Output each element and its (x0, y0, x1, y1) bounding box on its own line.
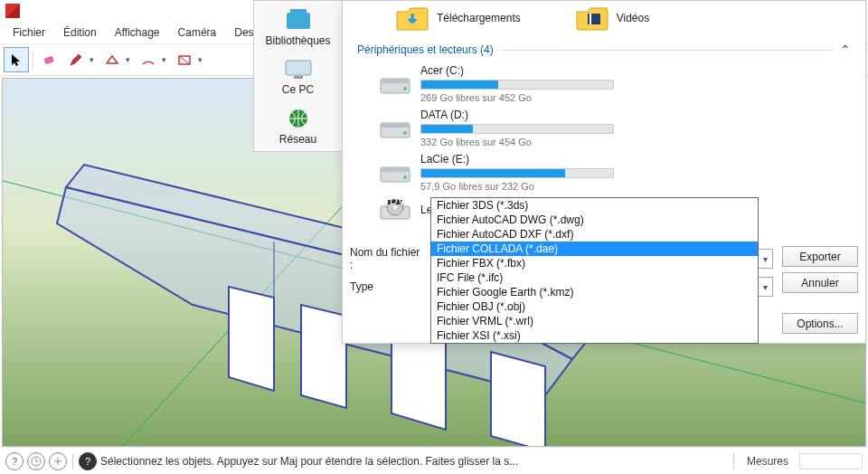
status-icon-1[interactable]: ? (5, 452, 24, 470)
filetype-option[interactable]: Fichier AutoCAD DXF (*.dxf) (431, 227, 758, 242)
filetype-option[interactable]: IFC File (*.ifc) (431, 270, 758, 285)
place-libraries[interactable]: Bibliothèques (255, 3, 342, 52)
svg-rect-13 (381, 79, 410, 83)
measures-label: Mesures (740, 455, 796, 468)
status-icon-3[interactable] (49, 452, 67, 470)
shape-tool[interactable] (173, 47, 207, 72)
filetype-option[interactable]: Fichier AutoCAD DWG (*.dwg) (431, 213, 758, 227)
status-hint: Sélectionnez les objets. Appuyez sur Maj… (100, 455, 728, 468)
svg-line-2 (179, 56, 190, 64)
shortcut-videos-label: Vidéos (617, 12, 649, 24)
svg-point-20 (403, 175, 407, 179)
options-button[interactable]: Options... (782, 313, 858, 334)
filetype-option[interactable]: Fichier 3DS (*.3ds) (431, 198, 758, 213)
svg-rect-0 (43, 55, 54, 64)
status-bar: ? ? Sélectionnez les objets. Appuyez sur… (0, 447, 868, 474)
filetype-option[interactable]: Fichier OBJ (*.obj) (431, 299, 758, 314)
drives-group-header[interactable]: Périphériques et lecteurs (4) ⌃ (350, 37, 858, 61)
svg-rect-5 (287, 13, 310, 29)
arc-tool[interactable] (137, 47, 171, 72)
drive-item[interactable]: Acer (C:)269 Go libres sur 452 Go (379, 64, 614, 103)
select-tool[interactable] (4, 47, 29, 72)
menu-affichage[interactable]: Affichage (106, 23, 169, 43)
shortcut-videos[interactable]: Vidéos (575, 5, 649, 32)
menu-fichier[interactable]: Fichier (4, 23, 54, 43)
drive-name: LaCie (E:) (420, 153, 614, 166)
drive-free-text: 332 Go libres sur 454 Go (420, 137, 614, 147)
status-sep (72, 453, 73, 469)
toolbar-sep (33, 50, 33, 70)
svg-rect-7 (286, 61, 311, 75)
export-button[interactable]: Exporter (782, 246, 858, 267)
filetype-option[interactable]: Fichier VRML (*.wrl) (431, 314, 758, 328)
svg-point-17 (403, 131, 407, 135)
status-icon-2[interactable] (27, 452, 45, 470)
drive-usage-bar (420, 124, 614, 134)
filetype-dropdown[interactable]: Fichier 3DS (*.3ds)Fichier AutoCAD DWG (… (430, 197, 759, 344)
rectangle-tool[interactable] (100, 47, 135, 72)
svg-rect-16 (381, 123, 410, 128)
drive-name: Acer (C:) (420, 64, 614, 77)
svg-point-14 (403, 87, 407, 90)
drives-group-label: Périphériques et lecteurs (4) (357, 43, 494, 56)
filetype-option[interactable]: Fichier XSI (*.xsi) (431, 328, 758, 343)
cancel-button[interactable]: Annuler (782, 272, 858, 293)
shortcut-downloads-label: Téléchargements (437, 12, 521, 24)
shortcut-downloads[interactable]: Téléchargements (395, 5, 521, 32)
sketchup-logo-icon (5, 4, 20, 18)
drive-name: DATA (D:) (420, 109, 614, 121)
menu-edition[interactable]: Édition (54, 23, 106, 43)
filetype-option[interactable]: Fichier Google Earth (*.kmz) (431, 285, 758, 299)
svg-rect-8 (294, 76, 303, 79)
filename-label: Nom du fichier : (350, 246, 433, 271)
menu-camera[interactable]: Caméra (169, 23, 226, 43)
drive-free-text: 57,9 Go libres sur 232 Go (420, 181, 614, 192)
filetype-option[interactable]: Fichier FBX (*.fbx) (431, 256, 758, 270)
drive-item[interactable]: LaCie (E:)57,9 Go libres sur 232 Go (379, 153, 614, 192)
drive-usage-bar (420, 168, 614, 178)
pencil-tool[interactable] (64, 47, 99, 72)
filetype-option[interactable]: Fichier COLLADA (*.dae) (431, 242, 758, 256)
type-label: Type (350, 280, 433, 293)
status-sep-2 (733, 453, 734, 469)
svg-rect-6 (290, 9, 307, 14)
svg-text:DVD: DVD (390, 197, 411, 207)
place-this-pc[interactable]: Ce PC (255, 52, 342, 102)
svg-rect-11 (590, 14, 591, 24)
drive-usage-bar (420, 80, 614, 90)
place-network[interactable]: Réseau (255, 101, 342, 151)
svg-rect-19 (381, 167, 410, 172)
place-network-label: Réseau (279, 133, 316, 146)
place-libraries-label: Bibliothèques (265, 34, 330, 47)
dialog-places-panel: Bibliothèques Ce PC Réseau (253, 0, 342, 152)
place-this-pc-label: Ce PC (282, 83, 314, 96)
chevron-up-icon: ⌃ (840, 43, 856, 57)
eraser-tool[interactable] (37, 47, 62, 72)
help-icon[interactable]: ? (79, 452, 97, 470)
measures-field[interactable] (799, 453, 863, 469)
drive-free-text: 269 Go libres sur 452 Go (420, 92, 614, 103)
drive-item[interactable]: DATA (D:)332 Go libres sur 454 Go (379, 109, 614, 147)
